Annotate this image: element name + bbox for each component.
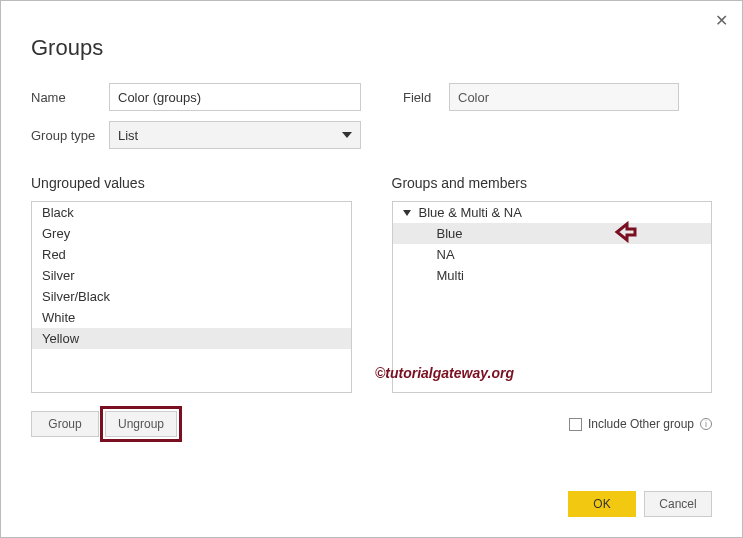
- tree-member[interactable]: Multi: [393, 265, 712, 286]
- include-other-row[interactable]: Include Other group i: [569, 417, 712, 431]
- name-label: Name: [31, 90, 109, 105]
- include-other-label: Include Other group: [588, 417, 694, 431]
- ok-button[interactable]: OK: [568, 491, 636, 517]
- expand-caret-icon[interactable]: [403, 210, 411, 216]
- dialog-footer: OK Cancel: [568, 491, 712, 517]
- dialog-title: Groups: [31, 35, 712, 61]
- group-type-row: Group type List: [31, 121, 712, 149]
- action-row: Group Ungroup Include Other group i: [31, 411, 712, 437]
- groups-listbox[interactable]: Blue & Multi & NABlueNAMulti: [392, 201, 713, 393]
- tree-group-label: Blue & Multi & NA: [419, 205, 522, 220]
- info-icon[interactable]: i: [700, 418, 712, 430]
- list-item[interactable]: Red: [32, 244, 351, 265]
- include-other-checkbox[interactable]: [569, 418, 582, 431]
- groups-column: Groups and members Blue & Multi & NABlue…: [392, 175, 713, 393]
- list-item[interactable]: Grey: [32, 223, 351, 244]
- ungroup-button[interactable]: Ungroup: [105, 411, 177, 437]
- chevron-down-icon: [342, 132, 352, 138]
- group-type-value: List: [118, 128, 138, 143]
- list-item[interactable]: Silver/Black: [32, 286, 351, 307]
- list-item[interactable]: White: [32, 307, 351, 328]
- name-input[interactable]: [109, 83, 361, 111]
- tree-group[interactable]: Blue & Multi & NA: [393, 202, 712, 223]
- list-item[interactable]: Yellow: [32, 328, 351, 349]
- groups-header: Groups and members: [392, 175, 713, 191]
- ungrouped-column: Ungrouped values BlackGreyRedSilverSilve…: [31, 175, 352, 393]
- list-item[interactable]: Black: [32, 202, 351, 223]
- groups-dialog: ✕ Groups Name Field Group type List Ungr…: [0, 0, 743, 538]
- ungrouped-listbox[interactable]: BlackGreyRedSilverSilver/BlackWhiteYello…: [31, 201, 352, 393]
- group-button[interactable]: Group: [31, 411, 99, 437]
- group-type-select[interactable]: List: [109, 121, 361, 149]
- field-input: [449, 83, 679, 111]
- group-type-label: Group type: [31, 128, 109, 143]
- tree-member[interactable]: NA: [393, 244, 712, 265]
- close-icon[interactable]: ✕: [715, 11, 728, 30]
- field-label: Field: [403, 90, 449, 105]
- lists-container: Ungrouped values BlackGreyRedSilverSilve…: [31, 175, 712, 393]
- list-item[interactable]: Silver: [32, 265, 351, 286]
- annotation-arrow-icon: [613, 221, 639, 243]
- tree-member[interactable]: Blue: [393, 223, 712, 244]
- ungrouped-header: Ungrouped values: [31, 175, 352, 191]
- name-field-row: Name Field: [31, 83, 712, 111]
- cancel-button[interactable]: Cancel: [644, 491, 712, 517]
